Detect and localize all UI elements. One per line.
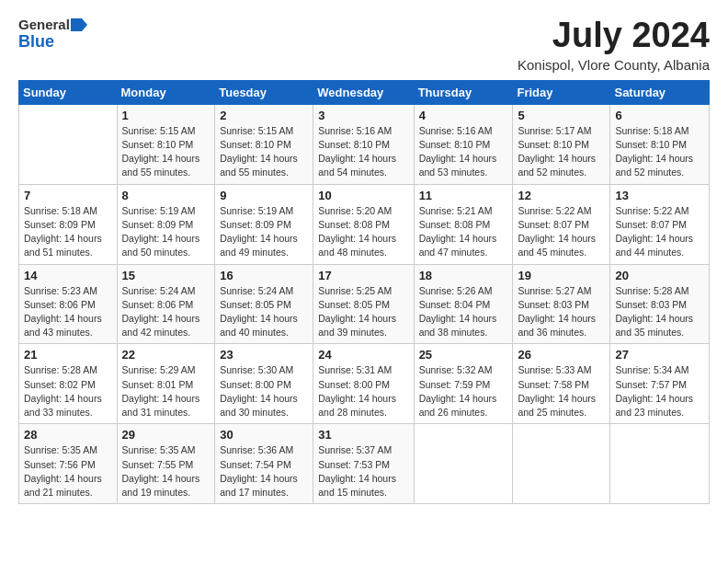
day-number: 10 (318, 189, 408, 202)
calendar-cell: 23Sunrise: 5:30 AM Sunset: 8:00 PM Dayli… (215, 344, 313, 424)
day-info: Sunrise: 5:24 AM Sunset: 8:06 PM Dayligh… (122, 284, 210, 340)
calendar-cell: 31Sunrise: 5:37 AM Sunset: 7:53 PM Dayli… (313, 424, 414, 504)
day-number: 3 (318, 109, 408, 122)
calendar-cell: 1Sunrise: 5:15 AM Sunset: 8:10 PM Daylig… (117, 104, 215, 184)
calendar-cell: 3Sunrise: 5:16 AM Sunset: 8:10 PM Daylig… (313, 104, 414, 184)
svg-marker-0 (71, 18, 87, 31)
calendar-cell: 16Sunrise: 5:24 AM Sunset: 8:05 PM Dayli… (215, 264, 313, 344)
calendar-week-row: 1Sunrise: 5:15 AM Sunset: 8:10 PM Daylig… (19, 104, 710, 184)
logo: General Blue (18, 17, 87, 52)
calendar-cell: 17Sunrise: 5:25 AM Sunset: 8:05 PM Dayli… (313, 264, 414, 344)
day-info: Sunrise: 5:30 AM Sunset: 8:00 PM Dayligh… (220, 363, 308, 419)
calendar-cell: 13Sunrise: 5:22 AM Sunset: 8:07 PM Dayli… (610, 184, 710, 264)
calendar-cell: 11Sunrise: 5:21 AM Sunset: 8:08 PM Dayli… (414, 184, 513, 264)
day-number: 24 (318, 348, 408, 362)
day-number: 17 (318, 269, 408, 282)
calendar-cell: 24Sunrise: 5:31 AM Sunset: 8:00 PM Dayli… (313, 344, 414, 424)
calendar-header-wednesday: Wednesday (313, 80, 414, 104)
calendar-cell (610, 424, 710, 504)
calendar-cell: 14Sunrise: 5:23 AM Sunset: 8:06 PM Dayli… (19, 264, 118, 344)
calendar-header-row: SundayMondayTuesdayWednesdayThursdayFrid… (19, 80, 710, 104)
day-number: 29 (122, 428, 210, 442)
calendar-cell (414, 424, 513, 504)
day-number: 9 (220, 189, 308, 202)
calendar-cell: 18Sunrise: 5:26 AM Sunset: 8:04 PM Dayli… (414, 264, 513, 344)
day-number: 2 (220, 109, 308, 122)
day-number: 1 (122, 109, 210, 122)
calendar-cell: 4Sunrise: 5:16 AM Sunset: 8:10 PM Daylig… (414, 104, 513, 184)
logo-arrow-icon (71, 18, 87, 31)
day-info: Sunrise: 5:33 AM Sunset: 7:58 PM Dayligh… (518, 363, 605, 419)
day-number: 6 (615, 109, 704, 122)
day-info: Sunrise: 5:16 AM Sunset: 8:10 PM Dayligh… (419, 124, 508, 180)
day-info: Sunrise: 5:19 AM Sunset: 8:09 PM Dayligh… (122, 204, 210, 260)
calendar-cell: 26Sunrise: 5:33 AM Sunset: 7:58 PM Dayli… (513, 344, 610, 424)
day-info: Sunrise: 5:28 AM Sunset: 8:02 PM Dayligh… (24, 363, 112, 419)
day-info: Sunrise: 5:36 AM Sunset: 7:54 PM Dayligh… (220, 443, 308, 500)
day-info: Sunrise: 5:31 AM Sunset: 8:00 PM Dayligh… (318, 363, 408, 419)
calendar-cell: 9Sunrise: 5:19 AM Sunset: 8:09 PM Daylig… (215, 184, 313, 264)
calendar-cell: 30Sunrise: 5:36 AM Sunset: 7:54 PM Dayli… (215, 424, 313, 504)
calendar-header-thursday: Thursday (414, 80, 513, 104)
day-info: Sunrise: 5:19 AM Sunset: 8:09 PM Dayligh… (220, 204, 308, 260)
day-info: Sunrise: 5:15 AM Sunset: 8:10 PM Dayligh… (220, 124, 308, 180)
day-info: Sunrise: 5:37 AM Sunset: 7:53 PM Dayligh… (318, 443, 408, 500)
calendar-cell: 5Sunrise: 5:17 AM Sunset: 8:10 PM Daylig… (513, 104, 610, 184)
day-number: 26 (518, 348, 605, 362)
calendar-cell: 2Sunrise: 5:15 AM Sunset: 8:10 PM Daylig… (215, 104, 313, 184)
day-info: Sunrise: 5:17 AM Sunset: 8:10 PM Dayligh… (518, 124, 605, 180)
day-info: Sunrise: 5:26 AM Sunset: 8:04 PM Dayligh… (419, 284, 508, 340)
day-number: 31 (318, 428, 408, 442)
calendar-cell: 6Sunrise: 5:18 AM Sunset: 8:10 PM Daylig… (610, 104, 710, 184)
calendar-header-saturday: Saturday (610, 80, 710, 104)
day-info: Sunrise: 5:25 AM Sunset: 8:05 PM Dayligh… (318, 284, 408, 340)
day-number: 16 (220, 269, 308, 282)
day-number: 7 (24, 189, 112, 202)
calendar-week-row: 14Sunrise: 5:23 AM Sunset: 8:06 PM Dayli… (19, 264, 710, 344)
header: General Blue July 2024 Konispol, Vlore C… (18, 17, 710, 73)
calendar-cell: 19Sunrise: 5:27 AM Sunset: 8:03 PM Dayli… (513, 264, 610, 344)
day-info: Sunrise: 5:18 AM Sunset: 8:09 PM Dayligh… (24, 204, 112, 260)
day-info: Sunrise: 5:28 AM Sunset: 8:03 PM Dayligh… (615, 284, 704, 340)
calendar-header-friday: Friday (513, 80, 610, 104)
logo-blue: Blue (18, 32, 54, 52)
day-number: 19 (518, 269, 605, 282)
day-number: 13 (615, 189, 704, 202)
day-info: Sunrise: 5:35 AM Sunset: 7:55 PM Dayligh… (122, 443, 210, 500)
day-info: Sunrise: 5:18 AM Sunset: 8:10 PM Dayligh… (615, 124, 704, 180)
day-number: 20 (615, 269, 704, 282)
calendar-cell (513, 424, 610, 504)
calendar-cell: 29Sunrise: 5:35 AM Sunset: 7:55 PM Dayli… (117, 424, 215, 504)
day-number: 12 (518, 189, 605, 202)
day-info: Sunrise: 5:22 AM Sunset: 8:07 PM Dayligh… (518, 204, 605, 260)
day-info: Sunrise: 5:32 AM Sunset: 7:59 PM Dayligh… (419, 363, 508, 419)
day-info: Sunrise: 5:22 AM Sunset: 8:07 PM Dayligh… (615, 204, 704, 260)
calendar-cell: 7Sunrise: 5:18 AM Sunset: 8:09 PM Daylig… (19, 184, 118, 264)
day-number: 27 (615, 348, 704, 362)
location: Konispol, Vlore County, Albania (518, 57, 710, 73)
day-info: Sunrise: 5:15 AM Sunset: 8:10 PM Dayligh… (122, 124, 210, 180)
calendar-header-monday: Monday (117, 80, 215, 104)
day-info: Sunrise: 5:29 AM Sunset: 8:01 PM Dayligh… (122, 363, 210, 419)
title-block: July 2024 Konispol, Vlore County, Albani… (518, 17, 710, 73)
day-number: 23 (220, 348, 308, 362)
day-info: Sunrise: 5:23 AM Sunset: 8:06 PM Dayligh… (24, 284, 112, 340)
day-info: Sunrise: 5:16 AM Sunset: 8:10 PM Dayligh… (318, 124, 408, 180)
page: General Blue July 2024 Konispol, Vlore C… (0, 0, 728, 563)
calendar-cell: 12Sunrise: 5:22 AM Sunset: 8:07 PM Dayli… (513, 184, 610, 264)
calendar-cell: 10Sunrise: 5:20 AM Sunset: 8:08 PM Dayli… (313, 184, 414, 264)
calendar-cell: 28Sunrise: 5:35 AM Sunset: 7:56 PM Dayli… (19, 424, 118, 504)
calendar-cell: 22Sunrise: 5:29 AM Sunset: 8:01 PM Dayli… (117, 344, 215, 424)
day-info: Sunrise: 5:21 AM Sunset: 8:08 PM Dayligh… (419, 204, 508, 260)
day-number: 15 (122, 269, 210, 282)
calendar-cell: 15Sunrise: 5:24 AM Sunset: 8:06 PM Dayli… (117, 264, 215, 344)
calendar-header-sunday: Sunday (19, 80, 118, 104)
calendar-cell: 21Sunrise: 5:28 AM Sunset: 8:02 PM Dayli… (19, 344, 118, 424)
day-number: 21 (24, 348, 112, 362)
day-number: 22 (122, 348, 210, 362)
calendar-cell: 20Sunrise: 5:28 AM Sunset: 8:03 PM Dayli… (610, 264, 710, 344)
day-number: 8 (122, 189, 210, 202)
calendar-week-row: 21Sunrise: 5:28 AM Sunset: 8:02 PM Dayli… (19, 344, 710, 424)
day-number: 14 (24, 269, 112, 282)
day-info: Sunrise: 5:35 AM Sunset: 7:56 PM Dayligh… (24, 443, 112, 500)
